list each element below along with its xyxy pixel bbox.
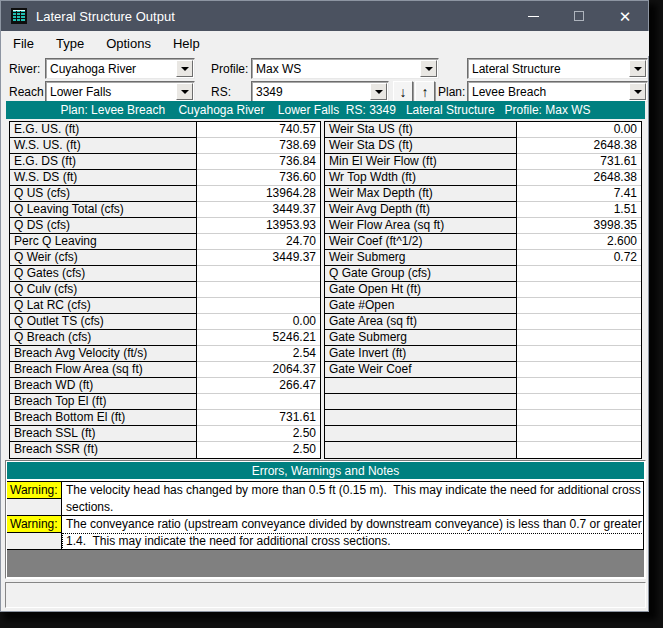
left-row-value: 3449.37 [197, 250, 320, 266]
right-table-row: Gate Open Ht (ft) [325, 282, 641, 298]
window-controls: ✕ [510, 1, 648, 31]
right-table-row: Weir Sta DS (ft)2648.38 [325, 138, 641, 154]
right-table-row: Gate Area (sq ft) [325, 314, 641, 330]
right-row-value: 7.41 [517, 186, 641, 202]
right-row-label: Wr Top Wdth (ft) [325, 170, 517, 186]
errors-warnings-panel: Errors, Warnings and Notes Warning:The v… [5, 460, 646, 579]
rs-dropdown-icon[interactable] [370, 83, 387, 100]
rs-label: RS: [211, 85, 231, 99]
left-row-label: Breach SSL (ft) [10, 426, 197, 442]
warnings-grid: Warning:The velocity head has changed by… [7, 481, 644, 550]
left-table-row: Q Gates (cfs) [10, 266, 320, 282]
reach-value: Lower Falls [46, 85, 175, 99]
right-table-row: Min El Weir Flow (ft)731.61 [325, 154, 641, 170]
profile-label: Profile: [211, 62, 248, 76]
left-row-label: Perc Q Leaving [10, 234, 197, 250]
warning-tag-empty [7, 533, 62, 550]
summary-header-bar: Plan: Levee Breach Cuyahoga River Lower … [6, 101, 645, 119]
left-row-label: E.G. US. (ft) [10, 122, 197, 138]
chevron-down-icon [181, 90, 189, 94]
maximize-button[interactable] [556, 1, 602, 31]
left-row-label: Breach WD (ft) [10, 378, 197, 394]
window-title: Lateral Structure Output [36, 9, 175, 24]
arrow-up-icon: ↑ [422, 84, 429, 100]
app-table-icon [11, 8, 27, 24]
right-table-row: Gate Weir Coef [325, 362, 641, 378]
chevron-down-icon [634, 90, 642, 94]
left-row-value [197, 298, 320, 314]
structure-type-combobox[interactable]: Lateral Structure [467, 58, 648, 79]
left-row-label: Q Leaving Total (cfs) [10, 202, 197, 218]
menu-options[interactable]: Options [95, 33, 162, 54]
left-table-row: Q Leaving Total (cfs)3449.37 [10, 202, 320, 218]
left-row-label: Breach Bottom El (ft) [10, 410, 197, 426]
left-row-value: 2.50 [197, 426, 320, 442]
right-row-label: Weir Submerg [325, 250, 517, 266]
left-row-value: 5246.21 [197, 330, 320, 346]
warning-tag: Warning: [7, 482, 62, 499]
warning-row: sections. [7, 499, 644, 516]
reach-combobox[interactable]: Lower Falls [45, 81, 195, 102]
right-row-value: 731.61 [517, 154, 641, 170]
left-table-row: Breach Flow Area (sq ft)2064.37 [10, 362, 320, 378]
lateral-structure-output-window: Lateral Structure Output ✕ File Type Opt… [0, 0, 649, 612]
structure-type-dropdown-icon[interactable] [629, 60, 646, 77]
chevron-down-icon [181, 67, 189, 71]
left-row-value: 2064.37 [197, 362, 320, 378]
right-row-label: Gate Invert (ft) [325, 346, 517, 362]
right-table-row: Weir Avg Depth (ft)1.51 [325, 202, 641, 218]
rs-combobox[interactable]: 3349 [251, 81, 389, 102]
right-row-value [517, 410, 641, 426]
left-table-row: Q US (cfs)13964.28 [10, 186, 320, 202]
left-row-label: W.S. US. (ft) [10, 138, 197, 154]
right-row-label: Q Gate Group (cfs) [325, 266, 517, 282]
right-row-value [517, 346, 641, 362]
warning-message[interactable]: 1.4. This may indicate the need for addi… [62, 533, 644, 550]
plan-value: Levee Breach [468, 85, 628, 99]
menu-type[interactable]: Type [45, 33, 95, 54]
rs-previous-button[interactable]: ↓ [393, 81, 413, 102]
left-table-row: Breach WD (ft)266.47 [10, 378, 320, 394]
maximize-icon [574, 11, 584, 21]
warning-message[interactable]: The velocity head has changed by more th… [62, 482, 644, 499]
warning-message[interactable]: sections. [62, 499, 644, 516]
right-row-value: 0.72 [517, 250, 641, 266]
left-row-label: Breach Top El (ft) [10, 394, 197, 410]
menu-help[interactable]: Help [162, 33, 211, 54]
left-table-row: W.S. US. (ft)738.69 [10, 138, 320, 154]
close-button[interactable]: ✕ [602, 1, 648, 31]
river-label: River: [9, 62, 40, 76]
right-row-value: 2.600 [517, 234, 641, 250]
minimize-button[interactable] [510, 1, 556, 31]
right-table-row [325, 442, 641, 458]
right-table-row: Gate Submerg [325, 330, 641, 346]
profile-combobox[interactable]: Max WS [251, 58, 439, 79]
left-row-value: 3449.37 [197, 202, 320, 218]
left-table-row: Breach Bottom El (ft)731.61 [10, 410, 320, 426]
rs-next-button[interactable]: ↑ [415, 81, 435, 102]
plan-dropdown-icon[interactable] [629, 83, 646, 100]
left-row-value: 2.54 [197, 346, 320, 362]
output-table-left: E.G. US. (ft)740.57W.S. US. (ft)738.69E.… [9, 121, 321, 459]
reach-dropdown-icon[interactable] [176, 83, 193, 100]
right-table-row: Weir Submerg0.72 [325, 250, 641, 266]
left-table-row: Perc Q Leaving24.70 [10, 234, 320, 250]
river-combobox[interactable]: Cuyahoga River [45, 58, 195, 79]
river-dropdown-icon[interactable] [176, 60, 193, 77]
plan-combobox[interactable]: Levee Breach [467, 81, 648, 102]
left-row-label: Q Lat RC (cfs) [10, 298, 197, 314]
right-row-value [517, 442, 641, 458]
menu-file[interactable]: File [2, 33, 45, 54]
chevron-down-icon [375, 90, 383, 94]
right-table-row [325, 378, 641, 394]
right-row-value: 2648.38 [517, 170, 641, 186]
warning-message[interactable]: The conveyance ratio (upstream conveyanc… [62, 516, 644, 533]
warning-row: 1.4. This may indicate the need for addi… [7, 533, 644, 550]
right-row-label: Min El Weir Flow (ft) [325, 154, 517, 170]
right-row-label: Weir Flow Area (sq ft) [325, 218, 517, 234]
right-row-value [517, 298, 641, 314]
profile-dropdown-icon[interactable] [420, 60, 437, 77]
screen-background: Lateral Structure Output ✕ File Type Opt… [0, 0, 663, 628]
right-row-label: Weir Sta US (ft) [325, 122, 517, 138]
right-table-row: Weir Max Depth (ft)7.41 [325, 186, 641, 202]
